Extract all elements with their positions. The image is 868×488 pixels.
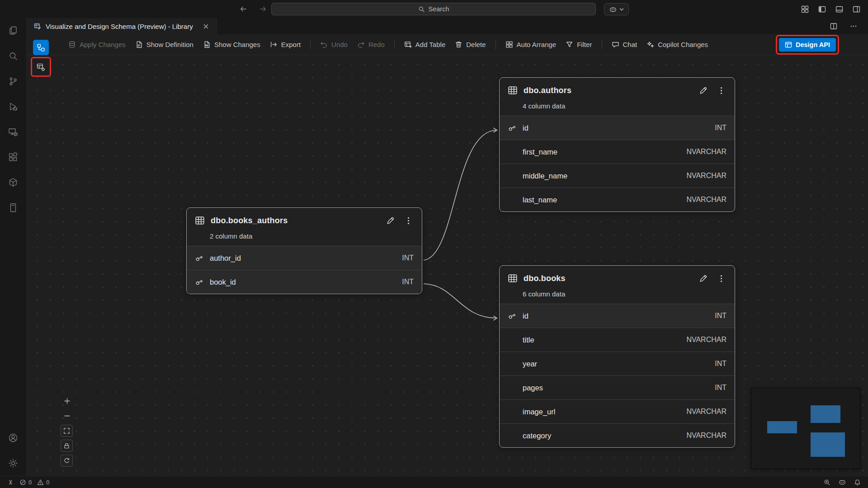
table-node[interactable]: dbo.books_authors 2 column data author_i… (186, 207, 422, 294)
schema-designer-icon (34, 23, 41, 30)
toolbar-delete[interactable]: Delete (455, 41, 486, 48)
schema-canvas[interactable]: dbo.books_authors 2 column data author_i… (27, 55, 868, 476)
table-more-menu-icon[interactable] (717, 86, 726, 95)
table-more-menu-icon[interactable] (404, 216, 413, 225)
toolbar-undo[interactable]: Undo (320, 41, 348, 48)
toolbar-show-changes[interactable]: Show Changes (203, 41, 260, 48)
column-name: book_id (210, 278, 396, 286)
toolbar-add-table[interactable]: Add Table (404, 41, 445, 48)
show-changes-label: Show Changes (214, 41, 260, 48)
reset-view-button[interactable] (61, 455, 73, 467)
table-column-row[interactable]: middle_name NVARCHAR (500, 164, 735, 188)
copilot-status-button[interactable] (836, 479, 849, 486)
fit-view-button[interactable] (61, 425, 73, 437)
show-changes-icon (203, 41, 211, 48)
remote-icon (7, 479, 14, 486)
tab-visualize-schema[interactable]: Visualize and Design Schema (Preview) - … (27, 18, 217, 34)
table-column-row[interactable]: book_id INT (187, 270, 422, 294)
edge-books-authors-to-authors[interactable] (424, 130, 497, 260)
table-node[interactable]: dbo.books 6 column data id INT title NVA… (499, 265, 735, 448)
activity-remote-explorer[interactable] (0, 119, 27, 145)
key-icon (508, 123, 517, 132)
column-name: middle_name (523, 172, 680, 180)
split-editor-button[interactable] (827, 20, 840, 32)
table-column-row[interactable]: author_id INT (187, 246, 422, 270)
bell-icon (854, 479, 861, 486)
problems-warnings[interactable]: 0 (34, 476, 52, 488)
chat-icon (612, 41, 619, 48)
edit-table-icon[interactable] (698, 86, 708, 95)
remote-explorer-icon (8, 127, 19, 137)
toolbar-export[interactable]: Export (270, 41, 301, 48)
column-name: id (523, 312, 709, 320)
table-subtitle: 2 column data (210, 232, 415, 240)
toggle-primary-sidebar-button[interactable] (816, 3, 828, 15)
column-name: id (523, 124, 709, 132)
zoom-status-button[interactable] (821, 479, 833, 486)
toolbar-auto-arrange[interactable]: Auto Arrange (505, 41, 557, 48)
back-button[interactable] (237, 3, 250, 15)
toggle-panel-button[interactable] (833, 3, 845, 15)
activity-database[interactable] (0, 170, 27, 195)
column-name: image_url (523, 408, 680, 416)
table-designer-view-button[interactable] (33, 59, 49, 75)
table-column-row[interactable]: pages INT (500, 375, 735, 399)
table-column-row[interactable]: id INT (500, 304, 735, 328)
column-type: INT (715, 384, 726, 392)
notifications-button[interactable] (851, 479, 863, 486)
table-subtitle: 4 column data (523, 102, 727, 110)
problems-errors[interactable]: 0 (17, 476, 34, 488)
table-column-row[interactable]: id INT (500, 116, 735, 140)
edit-table-icon[interactable] (698, 274, 708, 283)
schema-designer-view-button[interactable] (33, 40, 49, 55)
table-column-row[interactable]: category NVARCHAR (500, 423, 735, 447)
column-type: NVARCHAR (686, 432, 726, 440)
add-table-label: Add Table (415, 41, 445, 48)
column-name: first_name (523, 148, 680, 156)
toolbar-filter[interactable]: Filter (566, 41, 592, 48)
table-column-row[interactable]: title NVARCHAR (500, 328, 735, 352)
activity-explorer[interactable] (0, 18, 27, 43)
activity-source-control[interactable] (0, 69, 27, 94)
copilot-chat-dropdown[interactable] (604, 3, 629, 15)
activity-run-debug[interactable] (0, 94, 27, 119)
toolbar-apply-changes[interactable]: Apply Changes (68, 41, 126, 48)
table-column-row[interactable]: year INT (500, 352, 735, 375)
table-grid-icon (508, 85, 518, 95)
table-more-menu-icon[interactable] (717, 274, 726, 283)
edit-table-icon[interactable] (386, 216, 395, 225)
redo-icon (357, 41, 365, 48)
toolbar-chat[interactable]: Chat (612, 41, 637, 48)
minimap[interactable] (751, 388, 860, 469)
toolbar-show-definition[interactable]: Show Definition (135, 41, 193, 48)
toolbar-copilot-changes[interactable]: Copilot Changes (646, 41, 708, 48)
activity-extensions[interactable] (0, 145, 27, 170)
search-input[interactable]: Search (271, 3, 596, 15)
table-column-row[interactable]: last_name NVARCHAR (500, 188, 735, 211)
table-column-row[interactable]: first_name NVARCHAR (500, 140, 735, 164)
activity-settings[interactable] (0, 450, 27, 476)
table-column-row[interactable]: image_url NVARCHAR (500, 399, 735, 423)
edge-books-authors-to-books[interactable] (424, 284, 497, 318)
apply-changes-label: Apply Changes (80, 41, 126, 48)
tab-close-button[interactable] (201, 21, 211, 31)
more-actions-button[interactable] (847, 20, 860, 32)
database-project-icon (8, 202, 19, 213)
lock-view-button[interactable] (61, 440, 73, 452)
activity-database-projects[interactable] (0, 195, 27, 221)
zoom-in-button[interactable] (60, 395, 74, 407)
toolbar-redo[interactable]: Redo (357, 41, 385, 48)
activity-bar (0, 18, 27, 476)
activity-account[interactable] (0, 425, 27, 450)
zoom-icon (824, 479, 830, 486)
chevron-down-icon (619, 7, 624, 12)
customize-layout-button[interactable] (798, 3, 811, 15)
activity-search[interactable] (0, 43, 27, 69)
toggle-secondary-sidebar-button[interactable] (850, 3, 863, 15)
zoom-out-button[interactable] (60, 410, 74, 422)
remote-indicator[interactable] (5, 476, 17, 488)
design-api-button[interactable]: Design API (779, 38, 836, 52)
copilot-icon (839, 479, 846, 486)
table-node[interactable]: dbo.authors 4 column data id INT first_n… (499, 77, 735, 212)
forward-button[interactable] (257, 3, 269, 15)
